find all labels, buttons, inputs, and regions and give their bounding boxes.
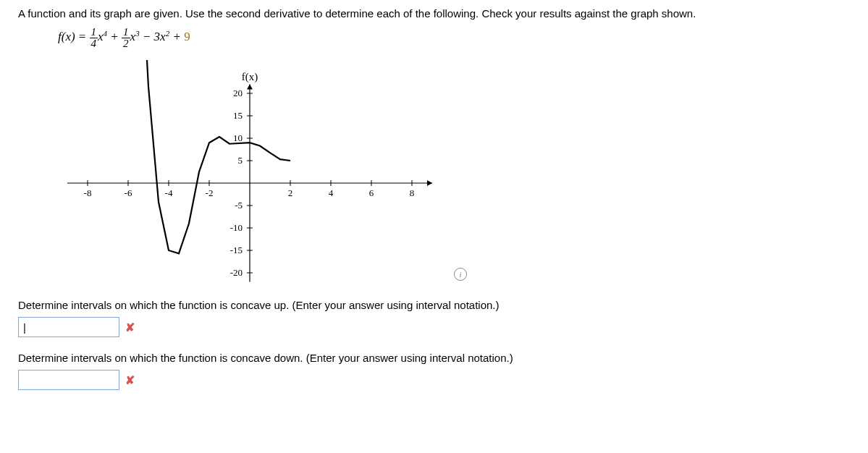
svg-text:20: 20 — [233, 88, 243, 98]
concave-down-input[interactable] — [18, 370, 119, 390]
eq-plus1: + — [107, 30, 122, 43]
concave-up-input[interactable] — [18, 317, 119, 337]
question-concave-up: Determine intervals on which the functio… — [18, 299, 850, 311]
svg-text:5: 5 — [238, 155, 243, 166]
eq-lhs: f(x) = — [58, 30, 90, 43]
svg-text:2: 2 — [288, 187, 293, 198]
function-equation: f(x) = 14x4 + 12x3 − 3x2 + 9 — [58, 27, 850, 49]
svg-text:6: 6 — [369, 187, 374, 198]
eq-constant: 9 — [184, 30, 190, 43]
svg-text:-4: -4 — [165, 187, 173, 198]
frac-1-2: 12 — [122, 27, 130, 49]
frac-1-4: 14 — [90, 27, 98, 49]
svg-marker-2 — [427, 180, 432, 186]
graph-svg: -8-6-4-22468-20-15-10-55101520f(x)x — [62, 60, 438, 284]
svg-text:15: 15 — [233, 110, 243, 121]
eq-plus2: + — [169, 30, 184, 43]
wrong-icon: ✘ — [125, 321, 135, 334]
function-graph: -8-6-4-22468-20-15-10-55101520f(x)x i — [62, 60, 438, 284]
svg-text:-20: -20 — [230, 267, 243, 278]
wrong-icon: ✘ — [125, 373, 135, 387]
intro-text: A function and its graph are given. Use … — [18, 7, 850, 20]
eq-minus: − 3x — [140, 30, 166, 43]
svg-marker-3 — [247, 85, 253, 90]
answer-row-2: ✘ — [18, 370, 850, 390]
eq-x1: x — [98, 30, 104, 43]
answer-row-1: ✘ — [18, 317, 850, 337]
svg-text:-8: -8 — [84, 187, 92, 198]
svg-text:-15: -15 — [230, 245, 243, 255]
svg-text:4: 4 — [329, 187, 334, 198]
svg-text:10: 10 — [233, 132, 243, 143]
svg-text:-2: -2 — [206, 187, 214, 198]
question-concave-down: Determine intervals on which the functio… — [18, 352, 850, 364]
svg-text:-6: -6 — [125, 187, 132, 198]
svg-text:-5: -5 — [235, 200, 243, 211]
svg-text:8: 8 — [410, 187, 415, 198]
info-icon[interactable]: i — [454, 268, 467, 281]
svg-text:-10: -10 — [230, 222, 243, 233]
svg-text:f(x): f(x) — [242, 71, 258, 83]
eq-x2: x — [130, 30, 136, 43]
